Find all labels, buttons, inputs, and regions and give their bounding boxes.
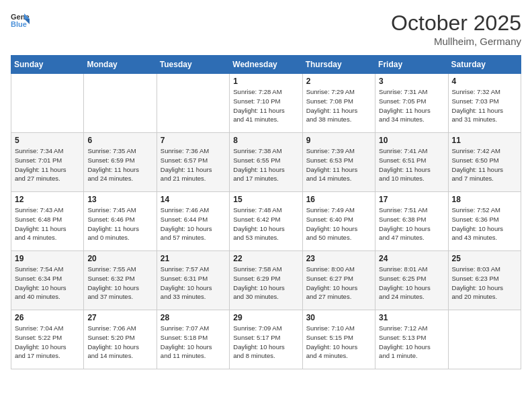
calendar-header-row: Sunday Monday Tuesday Wednesday Thursday… [11, 56, 521, 74]
day-number: 9 [306, 136, 371, 145]
table-row: 29Sunrise: 7:09 AM Sunset: 5:17 PM Dayli… [230, 310, 302, 369]
calendar-week-row: 5Sunrise: 7:34 AM Sunset: 7:01 PM Daylig… [11, 133, 521, 192]
month-title: October 2025 [391, 11, 521, 36]
table-row: 21Sunrise: 7:57 AM Sunset: 6:31 PM Dayli… [157, 251, 229, 310]
day-number: 21 [161, 254, 226, 263]
table-row: 15Sunrise: 7:48 AM Sunset: 6:42 PM Dayli… [230, 192, 302, 251]
day-info: Sunrise: 7:45 AM Sunset: 6:46 PM Dayligh… [87, 205, 152, 242]
header-saturday: Saturday [448, 56, 521, 74]
day-info: Sunrise: 8:03 AM Sunset: 6:23 PM Dayligh… [452, 265, 517, 302]
day-number: 17 [379, 195, 444, 204]
calendar-week-row: 19Sunrise: 7:54 AM Sunset: 6:34 PM Dayli… [11, 251, 521, 310]
day-number: 24 [379, 254, 444, 263]
day-number: 25 [452, 254, 517, 263]
day-info: Sunrise: 7:35 AM Sunset: 6:59 PM Dayligh… [87, 146, 152, 183]
day-number: 31 [379, 313, 444, 322]
day-number: 19 [15, 254, 80, 263]
table-row: 11Sunrise: 7:42 AM Sunset: 6:50 PM Dayli… [448, 133, 521, 192]
day-info: Sunrise: 7:38 AM Sunset: 6:55 PM Dayligh… [233, 146, 298, 183]
day-number: 7 [161, 136, 226, 145]
table-row: 1Sunrise: 7:28 AM Sunset: 7:10 PM Daylig… [230, 74, 302, 133]
table-row: 7Sunrise: 7:36 AM Sunset: 6:57 PM Daylig… [157, 133, 229, 192]
day-number: 2 [306, 77, 371, 86]
table-row: 6Sunrise: 7:35 AM Sunset: 6:59 PM Daylig… [84, 133, 157, 192]
table-row: 9Sunrise: 7:39 AM Sunset: 6:53 PM Daylig… [302, 133, 375, 192]
day-info: Sunrise: 7:52 AM Sunset: 6:36 PM Dayligh… [452, 205, 517, 242]
table-row: 30Sunrise: 7:10 AM Sunset: 5:15 PM Dayli… [302, 310, 375, 369]
day-info: Sunrise: 7:32 AM Sunset: 7:03 PM Dayligh… [452, 87, 517, 124]
day-info: Sunrise: 7:48 AM Sunset: 6:42 PM Dayligh… [233, 205, 298, 242]
day-number: 13 [87, 195, 152, 204]
table-row: 12Sunrise: 7:43 AM Sunset: 6:48 PM Dayli… [11, 192, 84, 251]
day-number: 4 [452, 77, 517, 86]
day-number: 15 [233, 195, 298, 204]
table-row: 18Sunrise: 7:52 AM Sunset: 6:36 PM Dayli… [448, 192, 521, 251]
header-tuesday: Tuesday [157, 56, 229, 74]
day-info: Sunrise: 7:41 AM Sunset: 6:51 PM Dayligh… [379, 146, 444, 183]
header-thursday: Thursday [302, 56, 375, 74]
table-row [157, 74, 229, 133]
table-row: 3Sunrise: 7:31 AM Sunset: 7:05 PM Daylig… [375, 74, 448, 133]
day-number: 28 [161, 313, 226, 322]
day-info: Sunrise: 7:55 AM Sunset: 6:32 PM Dayligh… [87, 265, 152, 302]
title-block: October 2025 Mullheim, Germany [391, 11, 521, 47]
day-info: Sunrise: 7:39 AM Sunset: 6:53 PM Dayligh… [306, 146, 371, 183]
day-info: Sunrise: 7:09 AM Sunset: 5:17 PM Dayligh… [233, 324, 298, 361]
svg-text:Blue: Blue [11, 20, 27, 28]
day-number: 20 [87, 254, 152, 263]
day-info: Sunrise: 7:28 AM Sunset: 7:10 PM Dayligh… [233, 87, 298, 124]
table-row: 2Sunrise: 7:29 AM Sunset: 7:08 PM Daylig… [302, 74, 375, 133]
day-number: 6 [87, 136, 152, 145]
day-number: 3 [379, 77, 444, 86]
day-number: 18 [452, 195, 517, 204]
table-row [11, 74, 84, 133]
day-number: 12 [15, 195, 80, 204]
table-row: 22Sunrise: 7:58 AM Sunset: 6:29 PM Dayli… [230, 251, 302, 310]
day-info: Sunrise: 7:46 AM Sunset: 6:44 PM Dayligh… [161, 205, 226, 242]
day-info: Sunrise: 7:04 AM Sunset: 5:22 PM Dayligh… [15, 324, 80, 361]
day-info: Sunrise: 7:49 AM Sunset: 6:40 PM Dayligh… [306, 205, 371, 242]
day-info: Sunrise: 7:42 AM Sunset: 6:50 PM Dayligh… [452, 146, 517, 183]
day-info: Sunrise: 7:12 AM Sunset: 5:13 PM Dayligh… [379, 324, 444, 361]
day-number: 8 [233, 136, 298, 145]
day-number: 1 [233, 77, 298, 86]
table-row: 17Sunrise: 7:51 AM Sunset: 6:38 PM Dayli… [375, 192, 448, 251]
table-row: 8Sunrise: 7:38 AM Sunset: 6:55 PM Daylig… [230, 133, 302, 192]
table-row: 24Sunrise: 8:01 AM Sunset: 6:25 PM Dayli… [375, 251, 448, 310]
day-info: Sunrise: 7:29 AM Sunset: 7:08 PM Dayligh… [306, 87, 371, 124]
day-info: Sunrise: 7:51 AM Sunset: 6:38 PM Dayligh… [379, 205, 444, 242]
calendar-week-row: 1Sunrise: 7:28 AM Sunset: 7:10 PM Daylig… [11, 74, 521, 133]
logo-icon: General Blue [11, 11, 30, 30]
day-number: 5 [15, 136, 80, 145]
day-info: Sunrise: 7:34 AM Sunset: 7:01 PM Dayligh… [15, 146, 80, 183]
day-number: 14 [161, 195, 226, 204]
header-sunday: Sunday [11, 56, 84, 74]
day-number: 23 [306, 254, 371, 263]
location-subtitle: Mullheim, Germany [391, 36, 521, 47]
logo: General Blue [11, 11, 30, 30]
header-wednesday: Wednesday [230, 56, 302, 74]
table-row: 4Sunrise: 7:32 AM Sunset: 7:03 PM Daylig… [448, 74, 521, 133]
day-info: Sunrise: 8:00 AM Sunset: 6:27 PM Dayligh… [306, 265, 371, 302]
table-row: 26Sunrise: 7:04 AM Sunset: 5:22 PM Dayli… [11, 310, 84, 369]
header-friday: Friday [375, 56, 448, 74]
table-row: 28Sunrise: 7:07 AM Sunset: 5:18 PM Dayli… [157, 310, 229, 369]
day-number: 27 [87, 313, 152, 322]
day-info: Sunrise: 7:36 AM Sunset: 6:57 PM Dayligh… [161, 146, 226, 183]
page-header: General Blue October 2025 Mullheim, Germ… [11, 11, 521, 47]
table-row: 5Sunrise: 7:34 AM Sunset: 7:01 PM Daylig… [11, 133, 84, 192]
header-monday: Monday [84, 56, 157, 74]
table-row: 23Sunrise: 8:00 AM Sunset: 6:27 PM Dayli… [302, 251, 375, 310]
day-number: 26 [15, 313, 80, 322]
day-number: 16 [306, 195, 371, 204]
day-info: Sunrise: 7:10 AM Sunset: 5:15 PM Dayligh… [306, 324, 371, 361]
table-row: 27Sunrise: 7:06 AM Sunset: 5:20 PM Dayli… [84, 310, 157, 369]
day-number: 30 [306, 313, 371, 322]
table-row: 14Sunrise: 7:46 AM Sunset: 6:44 PM Dayli… [157, 192, 229, 251]
calendar-week-row: 12Sunrise: 7:43 AM Sunset: 6:48 PM Dayli… [11, 192, 521, 251]
day-info: Sunrise: 7:07 AM Sunset: 5:18 PM Dayligh… [161, 324, 226, 361]
table-row: 25Sunrise: 8:03 AM Sunset: 6:23 PM Dayli… [448, 251, 521, 310]
table-row: 10Sunrise: 7:41 AM Sunset: 6:51 PM Dayli… [375, 133, 448, 192]
table-row [84, 74, 157, 133]
calendar-week-row: 26Sunrise: 7:04 AM Sunset: 5:22 PM Dayli… [11, 310, 521, 369]
